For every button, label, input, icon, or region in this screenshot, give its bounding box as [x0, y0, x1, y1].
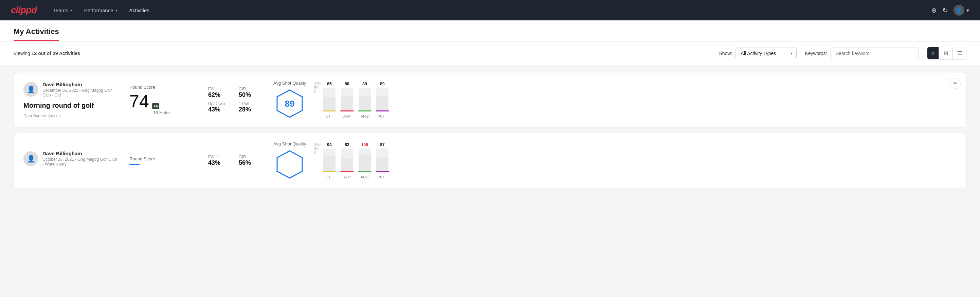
- bar-putt: 87 PUTT: [376, 142, 388, 179]
- refresh-icon[interactable]: ↻: [942, 6, 948, 14]
- bar-arg: 106 ARG: [359, 142, 371, 179]
- show-label: Show:: [719, 51, 732, 56]
- bar-app-value: 90: [345, 81, 349, 86]
- user-info: 👤 Dave Billingham October 16, 2021 - Gog…: [24, 150, 119, 166]
- fw-hit-label: FW Hit: [208, 87, 232, 91]
- show-filter-group: Show: All Activity Types ▾: [719, 48, 797, 59]
- view-grid-button[interactable]: ⊞: [940, 47, 953, 59]
- fw-hit-value: 62%: [208, 91, 232, 99]
- shot-quality-hexagon-container: Avg Shot Quality 89: [274, 81, 306, 119]
- teams-chevron-icon: ▾: [70, 8, 72, 12]
- data-source: Data Source: Arccos: [24, 113, 119, 118]
- user-date: October 16, 2021 - Gog Magog Golf Club -…: [43, 157, 119, 166]
- user-name: Dave Billingham: [43, 81, 119, 87]
- compact-list-icon: ≡: [931, 50, 934, 56]
- logo[interactable]: clippd: [11, 5, 37, 16]
- shot-quality-label: Avg Shot Quality: [274, 141, 306, 147]
- bar-putt-label: PUTT: [378, 114, 387, 118]
- bar-ott-label: OTT: [326, 175, 333, 179]
- hexagon-score: 89: [285, 99, 295, 109]
- score-value: 74: [129, 93, 149, 110]
- view-toggles: ≡ ⊞ ☰: [927, 47, 966, 59]
- chart-y-axis: 100 50 0: [315, 81, 321, 101]
- keywords-group: Keywords:: [805, 48, 918, 59]
- user-date: December 05, 2021 - Gog Magog Golf Club …: [43, 88, 119, 97]
- round-score-section: Round Score: [129, 156, 197, 165]
- bar-arg: 89 ARG: [359, 81, 371, 118]
- bar-arg-label: ARG: [361, 114, 369, 118]
- bar-chart: 100 50 0 94 OTT: [315, 142, 956, 179]
- user-chevron-icon: ▾: [966, 7, 969, 14]
- bar-putt-value: 87: [380, 142, 384, 147]
- gir-label: GIR: [239, 87, 262, 91]
- page-title: My Activities: [14, 21, 59, 41]
- search-input[interactable]: [830, 48, 919, 59]
- bar-ott: 94 OTT: [323, 142, 336, 179]
- activities-list: ✏ 👤 Dave Billingham December 05, 2021 - …: [0, 65, 980, 195]
- page-header: My Activities: [0, 21, 980, 42]
- bar-putt-value: 89: [380, 81, 384, 86]
- nav-item-activities[interactable]: Activities: [124, 5, 155, 16]
- filter-bar: Viewing 12 out of 29 Activities Show: Al…: [0, 42, 980, 65]
- user-menu-button[interactable]: 👤 ▾: [953, 5, 969, 16]
- bar-putt-label: PUTT: [378, 175, 387, 179]
- view-compact-list-button[interactable]: ≡: [928, 47, 939, 59]
- bar-chart: 100 50 0 85 OTT: [315, 81, 956, 118]
- bar-app: 82 APP: [341, 142, 353, 179]
- bar-arg-label: ARG: [361, 175, 369, 179]
- card-left-section: 👤 Dave Billingham October 16, 2021 - Gog…: [24, 150, 119, 171]
- gir-stat: GIR 50%: [239, 87, 262, 99]
- shot-quality-hexagon-container: Avg Shot Quality: [274, 141, 306, 180]
- gir-label: GIR: [239, 155, 262, 160]
- avg-shot-quality-section: Avg Shot Quality 89 100 50 0: [274, 81, 956, 119]
- shot-quality-hexagon: 89: [274, 88, 305, 119]
- add-circle-icon[interactable]: ⊕: [931, 6, 937, 14]
- activity-type-select[interactable]: All Activity Types: [735, 48, 797, 59]
- view-detail-list-button[interactable]: ☰: [953, 47, 966, 59]
- activity-title: Morning round of golf: [24, 102, 119, 109]
- bar-app-label: APP: [343, 175, 351, 179]
- bar-app: 90 APP: [341, 81, 353, 118]
- updown-value: 43%: [208, 106, 232, 113]
- bar-arg-value: 89: [362, 81, 367, 86]
- viewing-count-bold: 12 out of 29 Activities: [32, 51, 80, 56]
- nav-item-teams[interactable]: Teams ▾: [48, 5, 77, 16]
- gir-value: 50%: [239, 91, 262, 99]
- avatar: 👤: [953, 5, 964, 16]
- activity-card: ✏ 👤 Dave Billingham December 05, 2021 - …: [14, 72, 966, 128]
- bar-ott-value: 94: [327, 142, 331, 147]
- bar-app-value: 82: [345, 142, 349, 147]
- fw-hit-label: FW Hit: [208, 155, 232, 160]
- nav-item-performance[interactable]: Performance ▾: [79, 5, 123, 16]
- score-badge: +4: [152, 103, 160, 109]
- card-left-section: 👤 Dave Billingham December 05, 2021 - Go…: [24, 81, 119, 118]
- avatar: 👤: [24, 82, 38, 97]
- shot-quality-label: Avg Shot Quality: [274, 81, 306, 86]
- mini-stats-section: FW Hit 43% GIR 56%: [208, 155, 262, 166]
- fw-hit-value: 43%: [208, 160, 232, 166]
- gir-value: 56%: [239, 160, 262, 166]
- fw-hit-stat: FW Hit 43%: [208, 155, 232, 166]
- activity-type-select-wrapper: All Activity Types ▾: [735, 48, 797, 59]
- nav-right: ⊕ ↻ 👤 ▾: [931, 5, 969, 16]
- activity-card: 👤 Dave Billingham October 16, 2021 - Gog…: [14, 133, 966, 188]
- updown-label: Up/Down: [208, 101, 232, 106]
- chart-y-axis: 100 50 0: [315, 142, 321, 161]
- round-score-row: [129, 164, 197, 165]
- one-putt-stat: 1 Putt 28%: [239, 101, 262, 113]
- gir-stat: GIR 56%: [239, 155, 262, 166]
- avg-shot-quality-section: Avg Shot Quality 100 50 0: [274, 141, 956, 180]
- user-info: 👤 Dave Billingham December 05, 2021 - Go…: [24, 81, 119, 97]
- shot-quality-hexagon: [274, 149, 305, 180]
- bar-app-label: APP: [343, 114, 351, 118]
- fw-hit-stat: FW Hit 62%: [208, 87, 232, 99]
- edit-button[interactable]: ✏: [950, 78, 961, 89]
- bar-ott: 85 OTT: [323, 81, 336, 118]
- grid-icon: ⊞: [943, 50, 948, 56]
- performance-chevron-icon: ▾: [115, 8, 117, 12]
- score-dash: [129, 164, 140, 165]
- round-score-label: Round Score: [129, 85, 197, 90]
- navbar: clippd Teams ▾ Performance ▾ Activities …: [0, 0, 980, 21]
- round-score-row: 74 +4 18 Holes: [129, 93, 197, 115]
- bar-arg-value: 106: [361, 142, 368, 147]
